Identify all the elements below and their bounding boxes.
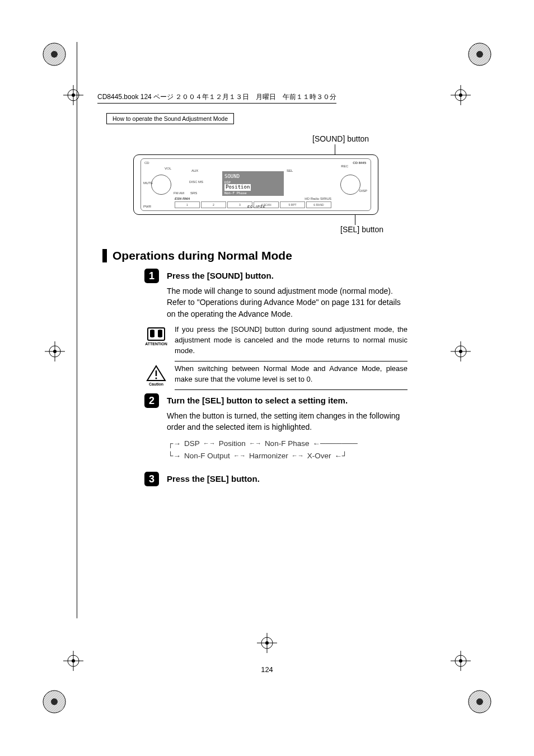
cycle-item: DSP xyxy=(184,438,200,450)
svg-point-2 xyxy=(43,43,65,65)
attention-icon: ATTENTION xyxy=(144,325,168,348)
cycle-item: Position xyxy=(219,438,246,450)
caution-text: When switching between Normal Mode and A… xyxy=(175,364,407,390)
label-mute: MUTE xyxy=(143,181,153,185)
caution-note: Caution When switching between Normal Mo… xyxy=(144,364,407,390)
crop-mark-bl xyxy=(40,688,68,716)
device-screen: SOUND DSP Position Non-F Phase xyxy=(222,171,284,196)
callout-sound-button: [SOUND] button xyxy=(312,134,369,143)
svg-point-42 xyxy=(156,378,157,379)
preset-5: 5 RPT xyxy=(280,201,305,208)
book-header: CD8445.book 124 ページ ２００４年１２月１３日 月曜日 午前１１… xyxy=(97,92,336,104)
screen-sub: DSP xyxy=(224,180,282,185)
callout-line xyxy=(335,144,335,156)
step-1-title: Press the [SOUND] button. xyxy=(167,271,274,280)
cycle-arrow: ←─────── xyxy=(312,438,357,450)
device-esn: ESN RMA xyxy=(175,197,190,200)
cycle-arrow: ←→ xyxy=(249,439,261,449)
cycle-item: Non-F Phase xyxy=(265,438,310,450)
section-header: How to operate the Sound Adjustment Mode xyxy=(106,113,234,124)
crop-mark-tr xyxy=(466,40,494,68)
callout-line xyxy=(355,214,355,225)
cycle-arrow: ┌→ xyxy=(168,438,181,450)
setting-cycle-diagram: ┌→ DSP ←→ Position ←→ Non-F Phase ←─────… xyxy=(168,438,409,462)
vertical-rule xyxy=(77,42,77,618)
crop-mark-tl xyxy=(40,40,68,68)
cycle-item: X-Over xyxy=(307,450,331,462)
label-srs: SRS xyxy=(190,191,197,195)
attention-label: ATTENTION xyxy=(145,342,167,346)
svg-point-11 xyxy=(469,691,491,713)
cycle-item: Non-F Output xyxy=(184,450,230,462)
preset-1: 1 xyxy=(175,201,200,208)
attention-note: ATTENTION If you press the [SOUND] butto… xyxy=(144,325,407,361)
screen-line3: Non-F Phase xyxy=(224,191,282,195)
preset-2: 2 xyxy=(201,201,226,208)
step-2-title: Turn the [SEL] button to select a settin… xyxy=(167,396,348,405)
step-2-body: When the button is turned, the setting i… xyxy=(167,410,407,433)
svg-point-5 xyxy=(469,43,491,65)
reg-mark xyxy=(45,341,65,361)
device-model: CD 8445 xyxy=(353,161,366,165)
callout-sel-button: [SEL] button xyxy=(340,225,383,234)
label-fmam: FM AM xyxy=(174,191,184,195)
preset-6: 6 RAND xyxy=(306,201,331,208)
preset-buttons: 1 2 3 4 SCAN 5 RPT 6 RAND xyxy=(175,201,331,208)
svg-point-8 xyxy=(43,691,65,713)
sel-knob-illustration xyxy=(340,175,360,195)
step-3-badge: 3 xyxy=(144,472,159,486)
preset-3: 3 xyxy=(227,201,252,208)
device-illustration: SOUND DSP Position Non-F Phase CD VOL AU… xyxy=(133,154,378,215)
cycle-arrow: ←→ xyxy=(203,439,216,449)
label-disc: DISC MS xyxy=(189,180,203,184)
svg-point-23 xyxy=(53,350,57,353)
main-heading: Operations during Normal Mode xyxy=(102,249,292,262)
page-content: CD8445.book 124 ページ ２００４年１２月１３日 月曜日 午前１１… xyxy=(73,73,461,677)
label-cd: CD xyxy=(144,161,149,165)
step-1-badge: 1 xyxy=(144,269,159,283)
page-number: 124 xyxy=(261,665,273,674)
label-rec: REC xyxy=(341,165,348,168)
step-2-badge: 2 xyxy=(144,393,159,408)
step-3-title: Press the [SEL] button. xyxy=(167,474,260,483)
crop-mark-br xyxy=(466,688,494,716)
cycle-arrow: ←→ xyxy=(233,451,246,461)
step-1-body: The mode will change to sound adjustment… xyxy=(167,285,407,320)
caution-label: Caution xyxy=(149,382,163,386)
cycle-item: Harmonizer xyxy=(249,450,288,462)
label-sel: SEL xyxy=(287,169,293,172)
label-disp: DISP xyxy=(359,189,367,192)
label-aux: AUX xyxy=(191,169,198,172)
attention-text: If you press the [SOUND] button during s… xyxy=(175,325,407,361)
volume-knob-illustration xyxy=(151,175,171,195)
screen-line2: Position xyxy=(224,184,251,191)
device-logos: HD Radio SIRIUS xyxy=(305,197,331,200)
label-pwr: PWR xyxy=(143,205,151,208)
cycle-arrow: └→ xyxy=(168,450,181,462)
cycle-arrow: ←→ xyxy=(292,451,304,461)
screen-line1: SOUND xyxy=(224,173,282,180)
caution-icon: Caution xyxy=(144,364,168,387)
cycle-arrow: ←┘ xyxy=(334,450,347,462)
label-vol: VOL xyxy=(165,167,171,170)
preset-4: 4 SCAN xyxy=(254,201,279,208)
